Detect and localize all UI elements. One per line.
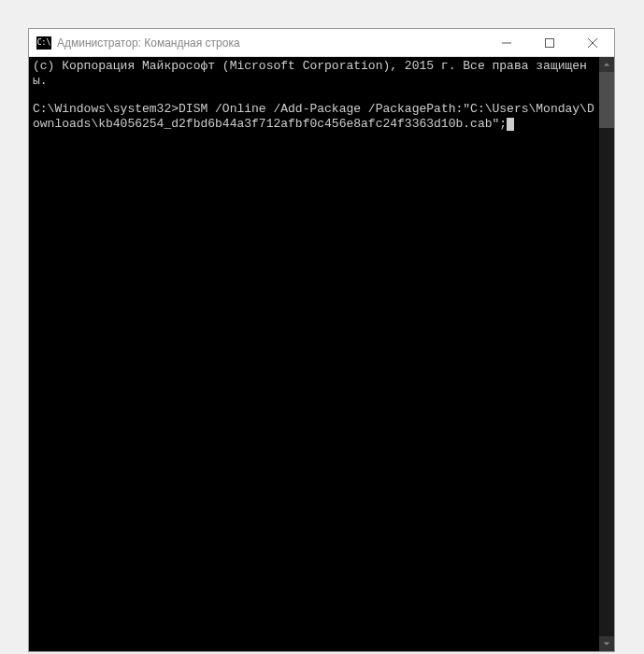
minimize-button[interactable] bbox=[485, 29, 528, 56]
window-title: Администратор: Командная строка bbox=[57, 36, 485, 50]
scroll-thumb[interactable] bbox=[599, 72, 614, 128]
titlebar[interactable]: C:\ Администратор: Командная строка bbox=[29, 29, 614, 57]
minimize-icon bbox=[502, 38, 511, 48]
command-prompt-window: C:\ Администратор: Командная строка (c) … bbox=[28, 28, 615, 652]
chevron-up-icon bbox=[603, 61, 610, 68]
prompt-text: C:\Windows\system32> bbox=[33, 102, 179, 116]
console-output[interactable]: (c) Корпорация Майкрософт (Microsoft Cor… bbox=[29, 57, 599, 651]
copyright-text: (c) Корпорация Майкрософт (Microsoft Cor… bbox=[33, 59, 587, 88]
close-icon bbox=[588, 38, 597, 48]
scroll-down-button[interactable] bbox=[599, 636, 614, 651]
window-controls bbox=[485, 29, 614, 56]
svg-rect-1 bbox=[546, 38, 554, 47]
scroll-up-button[interactable] bbox=[599, 57, 614, 72]
maximize-button[interactable] bbox=[528, 29, 571, 56]
cursor bbox=[507, 118, 514, 131]
console-area: (c) Корпорация Майкрософт (Microsoft Cor… bbox=[29, 57, 614, 651]
chevron-down-icon bbox=[603, 640, 610, 647]
cmd-icon: C:\ bbox=[36, 36, 51, 50]
close-button[interactable] bbox=[571, 29, 614, 56]
maximize-icon bbox=[545, 38, 554, 48]
vertical-scrollbar[interactable] bbox=[599, 57, 614, 651]
